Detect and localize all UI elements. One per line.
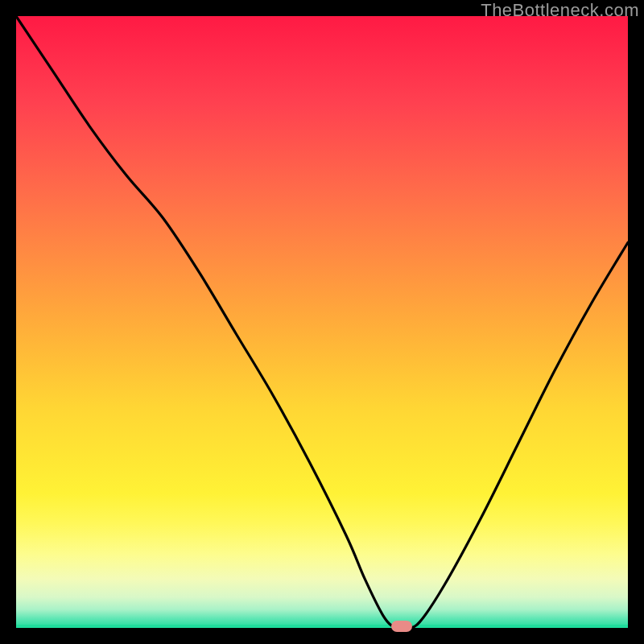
bottleneck-curve	[16, 16, 628, 628]
minimum-marker	[391, 621, 412, 632]
baseline-band	[16, 625, 628, 628]
chart-frame: TheBottleneck.com	[0, 0, 644, 644]
plot-area	[16, 16, 628, 628]
